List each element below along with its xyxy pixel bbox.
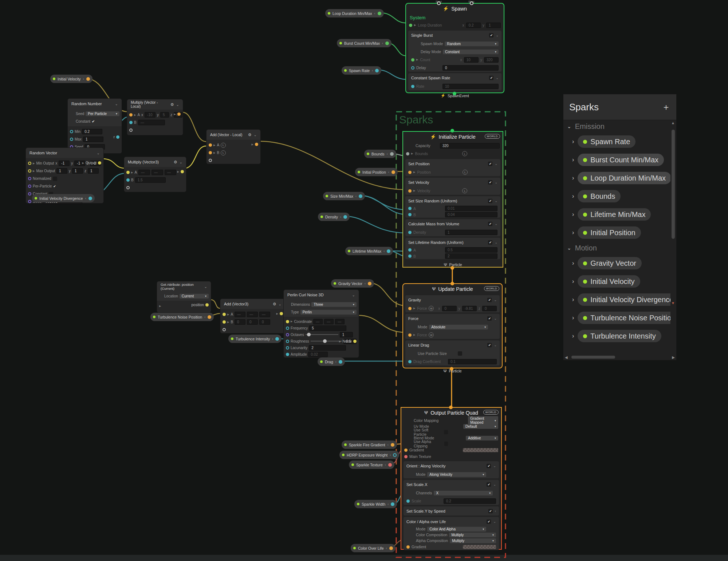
param-color-over-life[interactable]: Color Over Life‹ [351, 544, 396, 552]
min-port[interactable] [70, 130, 73, 133]
hscroll-thumb[interactable] [571, 356, 615, 359]
local-space-icon[interactable]: L [462, 151, 467, 156]
param-turbulence-noise-position[interactable]: Turbulence Noise Position‹ [150, 313, 214, 321]
type-dropdown[interactable]: Perlin▾ [300, 310, 357, 315]
expand-icon[interactable]: › [572, 211, 574, 218]
bb-item-lifetime[interactable]: › Lifetime Min/Max [563, 205, 670, 224]
expand-icon[interactable]: › [572, 157, 574, 163]
orient-checkbox[interactable]: ✔ [487, 464, 491, 468]
param-port[interactable] [343, 215, 347, 219]
calc-mass-checkbox[interactable]: ✔ [488, 222, 492, 226]
initialize-context[interactable]: ⚡ Initialize Particle WORLD Capacity 320… [402, 131, 503, 268]
spawn-mode-dropdown[interactable]: Random▾ [445, 42, 499, 46]
blackboard-panel[interactable]: Sparks ＋ ⌄ Emission › Spawn Rate › Burst… [563, 94, 677, 360]
init-out-port[interactable] [450, 266, 454, 270]
set-lifetime-checkbox[interactable]: ✔ [488, 240, 492, 245]
gear-icon[interactable]: ⚙ [273, 302, 276, 307]
single-burst-checkbox[interactable]: ✔ [489, 33, 493, 37]
param-lifetime-minmax[interactable]: Lifetime Min/Max‹ [345, 247, 393, 255]
amplitude-port[interactable] [286, 353, 289, 356]
horizontal-scrollbar[interactable]: ◀ ▶ [565, 355, 675, 359]
update-context[interactable]: Ψ Update Particle WORLD Gravity ✔⌄ ▶ For… [402, 283, 503, 368]
mvl-output-port[interactable] [177, 112, 181, 116]
color-composition-dropdown[interactable]: Multiply▾ [449, 533, 496, 537]
local-space-icon[interactable]: L [221, 150, 226, 155]
scale-port[interactable] [406, 499, 410, 503]
bb-item-gravity-vector[interactable]: › Gravity Vector [563, 254, 670, 272]
expand-icon[interactable]: › [572, 333, 574, 339]
size-a-port[interactable] [408, 207, 412, 210]
mv3-add-port[interactable] [126, 186, 130, 189]
add-parameter-button[interactable]: ＋ [662, 101, 670, 113]
expand-icon[interactable]: › [572, 138, 574, 145]
param-port[interactable] [389, 546, 393, 550]
linear-drag-checkbox[interactable]: ✔ [487, 343, 492, 347]
bb-item-turbulence-intensity[interactable]: › Turbulence Intensity [563, 327, 670, 345]
param-port[interactable] [391, 443, 394, 447]
gear-icon[interactable]: ⚙ [248, 133, 252, 137]
density-port[interactable] [408, 231, 412, 234]
capacity-input[interactable]: 320 [440, 143, 500, 149]
param-sparkle-fire-gradient[interactable]: Sparkle Fire Gradient‹ [342, 440, 397, 449]
world-space-icon[interactable]: W [429, 306, 434, 311]
mvl-a-port[interactable] [129, 113, 133, 116]
rn-output-port[interactable] [116, 135, 119, 139]
set-position-checkbox[interactable]: ✔ [488, 162, 492, 166]
category-emission[interactable]: ⌄ Emission [563, 120, 670, 133]
gradient2-port[interactable] [406, 545, 410, 549]
param-hdrp-exposure-weight[interactable]: HDRP Exposure Weight‹ [339, 451, 399, 459]
drag-coefficient-port[interactable] [408, 360, 412, 363]
output-context[interactable]: Ψ Output Particle Quad WORLD Color Mappi… [401, 407, 502, 550]
force-port[interactable] [408, 333, 412, 337]
gradient-preview[interactable] [463, 448, 498, 452]
min-output-port[interactable] [28, 162, 31, 165]
chevron-down-icon[interactable]: ⌄ [567, 245, 571, 251]
blackboard-list[interactable]: ⌄ Emission › Spawn Rate › Burst Count Mi… [563, 120, 670, 355]
param-port[interactable] [359, 194, 362, 198]
max-port[interactable] [70, 138, 73, 141]
spawn-start-port[interactable] [437, 1, 441, 5]
avl-b-port[interactable] [209, 151, 212, 154]
param-loop-duration[interactable]: Loop Duration Min/Max‹ [325, 9, 384, 17]
rn-constant-checkbox[interactable]: ✔ [92, 119, 95, 123]
force-mode-dropdown[interactable]: Absolute▾ [429, 325, 488, 329]
seed-mode-dropdown[interactable]: Per Particle▾ [86, 111, 119, 116]
size-b-port[interactable] [408, 213, 412, 216]
output-in-port[interactable] [449, 406, 453, 409]
param-port[interactable] [393, 453, 397, 457]
scroll-left-icon[interactable]: ◀ [565, 355, 568, 359]
spawn-context[interactable]: ⚡ Spawn System ▶ Loop Duration x0.2 y1 S… [405, 3, 504, 93]
add-vector3-node[interactable]: Add (Vector3) ⚙⌄ ▶ A — — — ▶ B 0 0 0 ▶ [220, 299, 286, 333]
alpha-clipping-checkbox[interactable] [444, 442, 448, 446]
gravity-force-port[interactable] [408, 307, 412, 310]
max-output-port[interactable] [28, 169, 31, 173]
param-initial-velocity-divergence[interactable]: Initial Velocity Divergence‹ [32, 194, 95, 202]
av3-add-port[interactable] [223, 328, 226, 331]
alpha-composition-dropdown[interactable]: Multiply▾ [450, 538, 496, 543]
local-space-icon[interactable]: L [463, 170, 468, 175]
mvl-b-port[interactable] [129, 121, 133, 124]
mv3-b-port[interactable] [126, 178, 130, 182]
param-port[interactable] [391, 170, 395, 174]
set-size-checkbox[interactable]: ✔ [488, 199, 492, 203]
roughness-slider[interactable] [311, 341, 342, 341]
expand-icon[interactable]: › [572, 175, 574, 181]
avl-output-port[interactable] [255, 143, 258, 146]
param-port[interactable] [275, 337, 279, 341]
param-port[interactable] [390, 152, 394, 156]
gravity-checkbox[interactable]: ✔ [487, 298, 492, 302]
category-motion[interactable]: ⌄ Motion [563, 242, 670, 254]
blend-mode-dropdown[interactable]: Additive▾ [466, 436, 498, 440]
vertical-scrollbar[interactable]: ▲ ▼ [671, 122, 676, 300]
octaves-slider[interactable] [306, 334, 338, 335]
velocity-port[interactable] [408, 189, 412, 193]
avl-add-port[interactable] [209, 159, 212, 162]
normalized-checkbox[interactable] [53, 177, 57, 181]
constant-port[interactable] [28, 192, 31, 195]
lifetime-b-port[interactable] [408, 254, 412, 258]
param-drag[interactable]: Drag‹ [318, 357, 345, 366]
av3-a-port[interactable] [223, 313, 226, 316]
param-port[interactable] [88, 197, 92, 200]
mv3-a-port[interactable] [126, 171, 130, 174]
update-out-port[interactable] [450, 367, 453, 371]
